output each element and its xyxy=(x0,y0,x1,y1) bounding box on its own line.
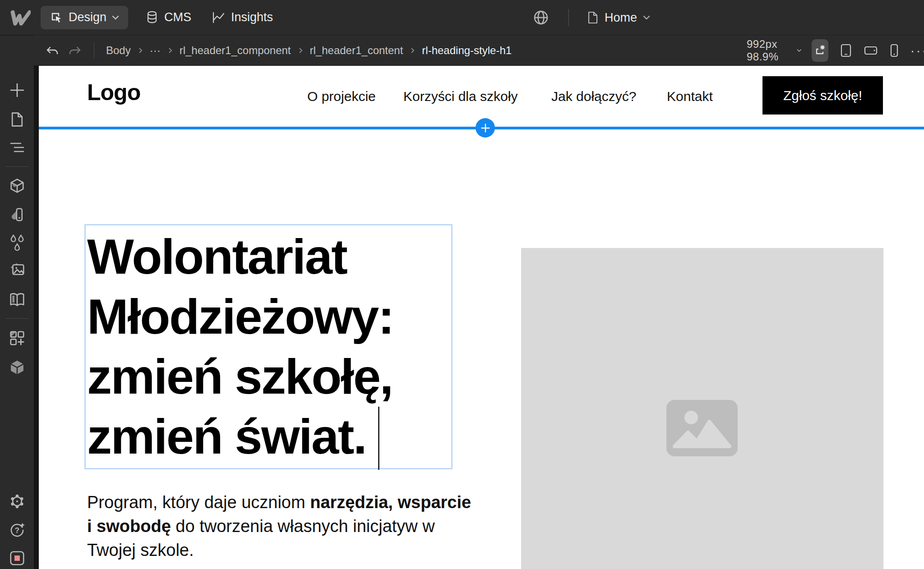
nav-link-jak-dolaczyc[interactable]: Jak dołączyć? xyxy=(551,87,636,106)
top-bar: Design CMS Insights xyxy=(0,0,924,35)
insights-chart-icon xyxy=(211,11,226,24)
paragraph-segment: Program, który daje uczniom xyxy=(87,493,310,512)
chevron-down-icon[interactable] xyxy=(797,48,801,53)
swatches-icon xyxy=(9,206,25,223)
gear-icon xyxy=(9,493,26,510)
selected-heading-box[interactable]: Wolontariat Młodzieżowy: zmień szkołę, z… xyxy=(84,224,453,469)
nav-link-kontakt[interactable]: Kontakt xyxy=(667,87,713,106)
breadcrumb: Body ··· rl_header1_component rl_header1… xyxy=(106,44,512,57)
nav-link-o-projekcie[interactable]: O projekcie xyxy=(307,87,376,106)
toolbar-divider xyxy=(94,42,94,59)
logic-packages-button[interactable] xyxy=(0,359,34,376)
breadcrumb-heading-style[interactable]: rl-heading-style-h1 xyxy=(422,44,512,57)
page-icon xyxy=(10,111,24,128)
cms-label: CMS xyxy=(164,10,191,24)
add-elements-button[interactable] xyxy=(0,82,34,98)
cms-database-icon xyxy=(145,10,159,25)
undo-icon[interactable] xyxy=(45,44,60,57)
breakpoint-custom-button[interactable] xyxy=(812,39,828,62)
pages-button[interactable] xyxy=(0,111,34,128)
left-sidebar: ? xyxy=(0,35,34,569)
topbar-divider xyxy=(568,9,569,26)
breakpoint-phone-portrait-button[interactable] xyxy=(890,43,899,58)
phone-portrait-icon xyxy=(890,43,899,58)
libraries-button[interactable] xyxy=(0,291,34,307)
help-button[interactable]: ? xyxy=(0,522,34,539)
breadcrumb-chevron-icon xyxy=(167,47,173,54)
assets-button[interactable] xyxy=(0,261,34,278)
droplets-icon xyxy=(9,234,25,253)
breadcrumb-body[interactable]: Body xyxy=(106,44,131,57)
style-swatches-button[interactable] xyxy=(0,206,34,223)
cta-label: Zgłoś szkołę! xyxy=(783,88,862,103)
book-icon xyxy=(9,291,26,307)
custom-breakpoint-icon xyxy=(813,43,827,58)
design-canvas: Logo O projekcie Korzyści dla szkoły Jak… xyxy=(39,66,924,569)
hero-heading[interactable]: Wolontariat Młodzieżowy: zmień szkołę, z… xyxy=(87,226,451,466)
hero-paragraph[interactable]: Program, który daje uczniom narzędzia, w… xyxy=(87,491,529,562)
design-mode-button[interactable]: Design xyxy=(41,6,128,29)
breakpoint-phone-landscape-button[interactable] xyxy=(864,46,878,55)
image-placeholder[interactable] xyxy=(521,248,883,569)
breadcrumb-chevron-icon xyxy=(298,47,303,54)
plus-icon xyxy=(480,123,490,133)
text-cursor xyxy=(378,407,379,470)
variables-button[interactable] xyxy=(0,234,34,253)
breadcrumb-chevron-icon xyxy=(410,47,415,54)
apps-grid-icon xyxy=(9,330,26,347)
chevron-down-icon xyxy=(112,15,119,20)
cms-button[interactable]: CMS xyxy=(145,10,191,25)
cta-button[interactable]: Zgłoś szkołę! xyxy=(762,76,883,115)
canvas-toolbar: Body ··· rl_header1_component rl_header1… xyxy=(34,35,924,66)
insights-button[interactable]: Insights xyxy=(211,10,273,24)
breakpoint-tablet-button[interactable] xyxy=(840,43,852,58)
page-icon xyxy=(587,11,599,24)
design-label: Design xyxy=(69,10,106,24)
apps-button[interactable] xyxy=(0,330,34,347)
image-placeholder-icon xyxy=(666,400,738,456)
video-tutorials-button[interactable] xyxy=(0,550,34,567)
webflow-logo-icon[interactable] xyxy=(10,9,31,27)
redo-icon[interactable] xyxy=(68,44,82,57)
components-button[interactable] xyxy=(0,178,34,194)
navigator-button[interactable] xyxy=(0,140,34,155)
chevron-down-icon xyxy=(643,15,650,20)
tablet-icon xyxy=(840,43,852,58)
cube-outline-icon xyxy=(9,178,25,194)
page-selector-label: Home xyxy=(605,11,637,25)
add-section-button[interactable] xyxy=(476,118,495,138)
toolbar-more-button[interactable]: ··· xyxy=(910,43,924,58)
navigator-layers-icon xyxy=(9,140,25,155)
breadcrumb-ellipsis[interactable]: ··· xyxy=(150,44,161,57)
video-icon xyxy=(9,550,26,567)
breadcrumb-header-content[interactable]: rl_header1_content xyxy=(310,44,403,57)
site-logo-text[interactable]: Logo xyxy=(87,79,140,106)
globe-icon[interactable] xyxy=(532,9,550,26)
nav-link-korzysci[interactable]: Korzyści dla szkoły xyxy=(403,87,517,106)
sidebar-divider xyxy=(5,318,29,319)
assets-image-icon xyxy=(9,261,26,278)
cube-solid-icon xyxy=(9,359,26,376)
breadcrumb-header-component[interactable]: rl_header1_component xyxy=(180,44,291,57)
settings-button[interactable] xyxy=(0,493,34,510)
svg-text:?: ? xyxy=(14,526,19,535)
design-cursor-icon xyxy=(50,11,63,24)
phone-landscape-icon xyxy=(864,46,878,55)
sidebar-divider xyxy=(5,166,29,167)
breadcrumb-chevron-icon xyxy=(138,47,143,54)
plus-icon xyxy=(9,82,25,98)
page-selector[interactable]: Home xyxy=(587,11,650,25)
viewport-size-label[interactable]: 992px 98.9% xyxy=(747,38,790,63)
insights-label: Insights xyxy=(231,10,273,24)
help-icon: ? xyxy=(9,522,26,539)
